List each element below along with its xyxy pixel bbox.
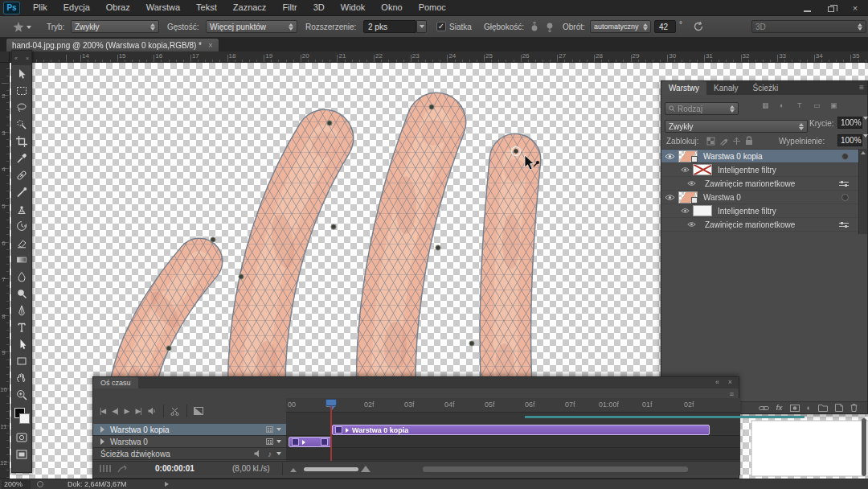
collapse-icon[interactable]: « <box>14 55 18 61</box>
dodge-tool[interactable] <box>12 285 31 302</box>
brush-tool[interactable] <box>12 183 31 200</box>
crop-tool[interactable] <box>12 133 31 150</box>
frames-icon[interactable] <box>100 465 111 472</box>
menu-item-pomoc[interactable]: Pomoc <box>411 0 454 15</box>
new-layer-icon[interactable] <box>835 404 843 412</box>
menu-item-edycja[interactable]: Edycja <box>55 0 98 15</box>
timeline-menu-icon[interactable]: ≡ <box>730 390 734 398</box>
play-button[interactable]: ▶ <box>125 407 129 415</box>
new-adjustment-layer-icon[interactable]: ◐ <box>807 404 811 412</box>
lock-transparency-icon[interactable] <box>706 137 715 146</box>
menu-item-okno[interactable]: Okno <box>373 0 410 15</box>
visibility-eye-icon[interactable] <box>687 180 696 187</box>
render-arrow-icon[interactable] <box>117 465 128 473</box>
lasso-tool[interactable] <box>12 99 31 116</box>
layer-row-warstwa-0[interactable]: Warstwa 0 <box>661 191 860 204</box>
smart-filters-label[interactable]: Inteligentne filtry <box>718 207 776 216</box>
mode-dropdown[interactable]: Zwykły <box>71 20 159 33</box>
lock-paint-icon[interactable] <box>719 137 728 146</box>
history-brush-tool[interactable] <box>12 217 31 234</box>
color-swatches[interactable] <box>12 405 31 429</box>
menu-item-obraz[interactable]: Obraz <box>98 0 138 15</box>
tool-preset-arrow[interactable] <box>27 26 31 29</box>
filter-mask-disabled-thumbnail[interactable] <box>693 164 712 175</box>
rectangular-marquee-tool[interactable] <box>12 82 31 99</box>
gradient-tool[interactable] <box>12 251 31 268</box>
pin-depth-up-button[interactable] <box>528 21 540 33</box>
tab-kanaly[interactable]: Kanały <box>706 81 746 95</box>
track-header-warstwa-0[interactable]: Warstwa 0 <box>93 436 286 448</box>
smart-filters-row[interactable]: Inteligentne filtry <box>661 163 860 177</box>
delete-layer-trash-icon[interactable] <box>850 404 858 412</box>
filter-blend-options-icon[interactable] <box>839 180 849 187</box>
playhead-marker[interactable] <box>326 399 337 406</box>
type-tool[interactable] <box>12 318 31 335</box>
menu-item-warstwa[interactable]: Warstwa <box>138 0 188 15</box>
menu-item-tekst[interactable]: Tekst <box>188 0 225 15</box>
workspace-dropdown[interactable]: 3D <box>751 20 866 33</box>
close-icon[interactable]: × <box>26 55 29 61</box>
tab-sciezki[interactable]: Ścieżki <box>746 81 786 95</box>
eyedropper-tool[interactable] <box>12 150 31 166</box>
go-to-first-frame-button[interactable]: |◀ <box>100 407 105 415</box>
audio-speaker-icon[interactable] <box>254 450 263 458</box>
grid-checkbox[interactable]: ✓ <box>436 22 446 31</box>
fill-input[interactable]: 100% <box>837 134 862 146</box>
hand-tool[interactable] <box>12 369 31 386</box>
canvas-vertical-scrollbar[interactable] <box>862 418 866 476</box>
filter-name[interactable]: Zawinięcie marionetkowe <box>705 179 795 188</box>
add-layer-mask-icon[interactable] <box>790 405 800 412</box>
blur-tool[interactable] <box>12 268 31 285</box>
filter-type-icon[interactable]: T <box>797 101 802 109</box>
timeline-tab[interactable]: Oś czasu <box>93 377 138 388</box>
tools-panel-header[interactable]: «× <box>12 51 31 65</box>
reset-rotation-icon[interactable] <box>693 21 704 32</box>
filter-name[interactable]: Zawinięcie marionetkowe <box>705 220 795 229</box>
expand-arrow-icon[interactable] <box>100 438 104 445</box>
filter-smart-icon[interactable]: ▣ <box>830 101 837 109</box>
opacity-input[interactable]: 100% <box>837 117 862 129</box>
background-color-swatch[interactable] <box>19 413 30 424</box>
track-header-warstwa-0-kopia[interactable]: Warstwa 0 kopia <box>93 424 286 436</box>
smart-filters-label[interactable]: Inteligentne filtry <box>718 166 776 175</box>
menu-item-plik[interactable]: Plik <box>25 0 55 15</box>
puppet-warp-filter-row[interactable]: Zawinięcie marionetkowe <box>661 177 860 191</box>
music-note-icon[interactable]: ♪ <box>268 450 272 458</box>
panel-menu-icon[interactable]: ≡ <box>859 83 864 92</box>
new-group-icon[interactable] <box>818 405 828 412</box>
status-options-arrow[interactable] <box>165 482 169 487</box>
puppet-warp-filter-row[interactable]: Zawinięcie marionetkowe <box>661 218 860 232</box>
document-tab[interactable]: hand-04.jpg.png @ 200% (Warstwa 0 kopia,… <box>6 38 219 51</box>
rectangle-shape-tool[interactable] <box>12 352 31 369</box>
move-tool[interactable] <box>12 65 31 82</box>
link-layers-icon[interactable] <box>759 405 769 411</box>
frame-options-icon[interactable] <box>266 426 273 433</box>
layer-style-fx-icon[interactable]: fx <box>776 404 783 412</box>
zoom-level-field[interactable]: 200% <box>2 480 31 489</box>
expansion-input[interactable]: 2 pks <box>363 20 416 33</box>
mute-audio-icon[interactable] <box>148 407 157 415</box>
close-icon[interactable]: × <box>728 378 732 386</box>
frame-options-icon[interactable] <box>266 438 273 445</box>
transition-icon[interactable] <box>194 407 203 415</box>
layer-row-warstwa-0-kopia[interactable]: Warstwa 0 kopia <box>661 150 860 163</box>
timeline-horizontal-scrollbar[interactable] <box>423 466 688 472</box>
minimize-button[interactable] <box>797 2 817 14</box>
quick-mask-button[interactable] <box>12 429 31 446</box>
menu-item-3d[interactable]: 3D <box>305 0 333 15</box>
blend-mode-dropdown[interactable]: Zwykły <box>665 120 808 133</box>
clip-warstwa-0[interactable] <box>289 437 331 447</box>
filter-pixel-icon[interactable]: ▦ <box>762 101 769 109</box>
layer-name[interactable]: Warstwa 0 kopia <box>703 152 763 161</box>
layer-thumbnail[interactable] <box>678 191 698 203</box>
previous-frame-button[interactable]: ◀| <box>112 407 117 415</box>
layer-name[interactable]: Warstwa 0 <box>703 193 741 202</box>
lock-all-icon[interactable] <box>745 136 753 146</box>
tab-warstwy[interactable]: Warstwy <box>661 81 706 95</box>
filter-type-dropdown[interactable]: Rodzaj <box>665 102 739 115</box>
clone-stamp-tool[interactable] <box>12 200 31 217</box>
filter-mask-thumbnail[interactable] <box>693 205 712 216</box>
zoom-out-icon[interactable] <box>290 468 297 472</box>
filter-blend-options-icon[interactable] <box>839 221 849 228</box>
menu-item-zaznacz[interactable]: Zaznacz <box>225 0 275 15</box>
